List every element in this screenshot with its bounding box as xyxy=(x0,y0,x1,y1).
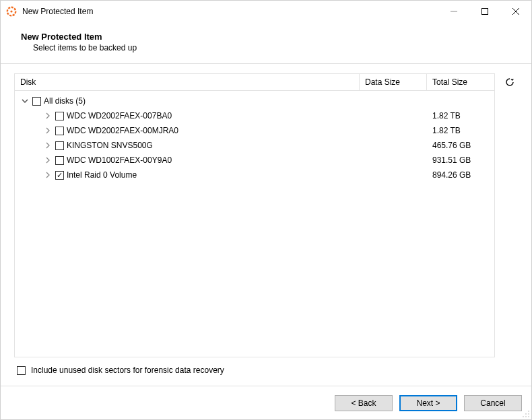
next-button[interactable]: Next > xyxy=(399,395,457,411)
table-body: All disks (5)WDC WD2002FAEX-007BA01.82 T… xyxy=(14,91,495,357)
checkbox[interactable] xyxy=(55,127,64,135)
app-icon xyxy=(6,6,17,17)
chevron-right-icon[interactable] xyxy=(43,170,53,180)
svg-point-9 xyxy=(525,413,527,415)
svg-point-7 xyxy=(528,411,529,412)
content-area: Disk Data Size Total Size All disks (5)W… xyxy=(1,64,531,386)
titlebar: New Protected Item xyxy=(1,1,531,22)
checkbox[interactable] xyxy=(55,156,64,165)
chevron-right-icon[interactable] xyxy=(43,126,53,135)
table-row[interactable]: KINGSTON SNVS500G465.76 GB xyxy=(15,138,494,153)
wizard-header: New Protected Item Select items to be ba… xyxy=(1,22,531,63)
cancel-button[interactable]: Cancel xyxy=(464,395,522,411)
row-label: KINGSTON SNVS500G xyxy=(67,141,153,150)
table-row[interactable]: WDC WD2002FAEX-007BA01.82 TB xyxy=(15,108,494,123)
resize-grip-icon[interactable] xyxy=(522,410,530,418)
chevron-right-icon[interactable] xyxy=(43,111,53,120)
table-header: Disk Data Size Total Size xyxy=(14,73,495,91)
table-row-root[interactable]: All disks (5) xyxy=(15,94,494,108)
row-label: Intel Raid 0 Volume xyxy=(67,170,137,180)
checkbox[interactable] xyxy=(55,171,64,180)
row-label: All disks (5) xyxy=(44,96,86,106)
table-row[interactable]: WDC WD1002FAEX-00Y9A0931.51 GB xyxy=(15,153,494,168)
total-size-cell: 465.76 GB xyxy=(427,141,494,150)
svg-point-11 xyxy=(525,416,527,417)
wizard-footer: < Back Next > Cancel xyxy=(1,386,531,419)
svg-point-10 xyxy=(528,416,529,417)
svg-rect-3 xyxy=(482,9,488,15)
table-row[interactable]: Intel Raid 0 Volume894.26 GB xyxy=(15,168,494,182)
column-header-total-size[interactable]: Total Size xyxy=(427,74,494,90)
chevron-down-icon[interactable] xyxy=(20,96,30,106)
total-size-cell: 1.82 TB xyxy=(427,111,494,120)
total-size-cell: 931.51 GB xyxy=(427,155,494,165)
row-label: WDC WD2002FAEX-00MJRA0 xyxy=(67,126,178,135)
maximize-button[interactable] xyxy=(469,1,500,22)
table-row[interactable]: WDC WD2002FAEX-00MJRA01.82 TB xyxy=(15,123,494,138)
checkbox[interactable] xyxy=(55,112,64,120)
svg-point-12 xyxy=(523,416,524,417)
checkbox[interactable] xyxy=(55,141,64,150)
close-button[interactable] xyxy=(500,1,531,22)
total-size-cell: 894.26 GB xyxy=(427,170,494,180)
include-unused-option[interactable]: Include unused disk sectors for forensic… xyxy=(14,357,518,379)
chevron-right-icon[interactable] xyxy=(43,141,53,150)
window-title: New Protected Item xyxy=(22,7,93,16)
svg-point-8 xyxy=(528,413,529,415)
svg-point-1 xyxy=(10,10,12,12)
svg-marker-6 xyxy=(510,77,514,81)
chevron-right-icon[interactable] xyxy=(43,155,53,165)
row-label: WDC WD2002FAEX-007BA0 xyxy=(67,111,172,120)
disk-table: Disk Data Size Total Size All disks (5)W… xyxy=(14,73,495,357)
column-header-disk[interactable]: Disk xyxy=(15,74,360,90)
total-size-cell: 1.82 TB xyxy=(427,126,494,135)
include-unused-checkbox[interactable] xyxy=(17,366,26,375)
page-subtitle: Select items to be backed up xyxy=(21,43,518,53)
page-title: New Protected Item xyxy=(21,32,518,42)
column-header-data-size[interactable]: Data Size xyxy=(360,74,427,90)
include-unused-label: Include unused disk sectors for forensic… xyxy=(31,365,224,375)
row-label: WDC WD1002FAEX-00Y9A0 xyxy=(67,155,172,165)
refresh-button[interactable] xyxy=(504,76,516,88)
minimize-button[interactable] xyxy=(438,1,469,22)
back-button[interactable]: < Back xyxy=(335,395,393,411)
checkbox[interactable] xyxy=(32,97,41,106)
